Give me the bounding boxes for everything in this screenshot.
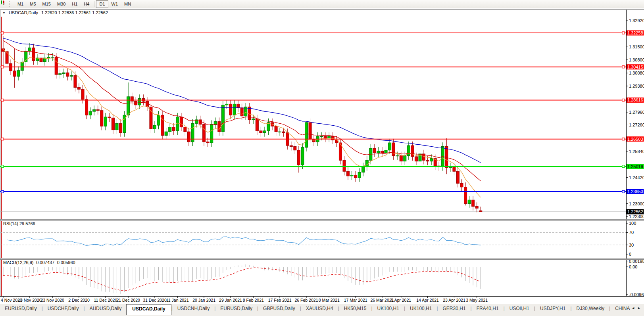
candle-body [66, 73, 69, 76]
tab-usdcnh-daily[interactable]: USDCNH,Daily [173, 304, 214, 313]
tab-eurusd-daily[interactable]: EURUSD,Daily [215, 304, 257, 313]
macd-label: MACD(12,26,9) -0.007437 -0.005960 [3, 260, 75, 265]
rsi-label: RSI(14) 29.5766 [3, 221, 35, 226]
timeframe-button-mn[interactable]: MN [121, 0, 134, 8]
candle-body [468, 200, 471, 203]
hline-handle[interactable] [622, 32, 625, 34]
price-chart[interactable]: 1.322581.304151.286161.265031.250191.236… [0, 0, 644, 304]
candle-body [214, 122, 217, 124]
candle-body [237, 104, 240, 107]
candle-body [240, 108, 243, 116]
tab-ger30-h1[interactable]: GER30,H1 [438, 304, 471, 313]
candle-body [350, 175, 353, 176]
date-tick-label: 8 Feb 2021 [243, 298, 264, 303]
hline-price-text: 1.23653 [627, 189, 643, 194]
tab-gbpusd-daily[interactable]: GBPUSD,Daily [258, 304, 300, 313]
candle-body [411, 146, 414, 157]
timeframe-buttons: M1M5M15M30H1H4D1W1MN [14, 0, 134, 8]
toolbar-grip[interactable] [9, 1, 12, 7]
hline-handle[interactable] [1, 138, 4, 140]
tab-usdcad-daily[interactable]: USDCAD,Daily [126, 304, 171, 315]
scroll-left-icon[interactable]: ◄ [631, 306, 635, 310]
candle-body [59, 74, 62, 75]
hline-price-text: 1.32258 [627, 31, 643, 35]
candle-body [93, 109, 96, 111]
tab-hk50-m15[interactable]: HK50,M15 [339, 304, 371, 313]
tab-fra40-h1[interactable]: FRA40,H1 [472, 304, 504, 313]
candle-body [400, 156, 402, 161]
candle-body [119, 123, 122, 132]
date-tick-label: 23 Apr 2021 [443, 298, 465, 303]
hline-handle[interactable] [1, 66, 4, 68]
hline-handle[interactable] [622, 138, 625, 140]
tab-usdchf-daily[interactable]: USDCHF,Daily [43, 304, 84, 313]
price-tick-label: 1.27260 [629, 123, 644, 127]
hline-handle[interactable] [1, 165, 4, 168]
hline-handle[interactable] [622, 99, 625, 101]
collapse-triangle-icon[interactable]: ▼ [2, 11, 6, 15]
timeframe-toolbar: ▼ M1M5M15M30H1H4D1W1MN [0, 0, 644, 8]
tab-xauusd-h4[interactable]: XAUUSD,H4 [301, 304, 338, 313]
candle-body [354, 175, 357, 178]
candle-body [415, 157, 417, 161]
hline-handle[interactable] [622, 165, 625, 168]
hline-handle[interactable] [1, 190, 4, 193]
hline-price-text: 1.26503 [627, 137, 643, 142]
candle-body [260, 131, 262, 133]
candle-body [373, 148, 376, 153]
rsi-line [7, 237, 481, 246]
rsi-axis-label: 0 [629, 252, 631, 257]
timeframe-button-d1[interactable]: D1 [96, 0, 108, 8]
tab-usoil-h1[interactable]: USOil,H1 [505, 304, 534, 313]
date-tick-label: 23 Nov 2020 [40, 298, 64, 303]
candle-body [47, 57, 50, 58]
date-tick-label: 11 Dec 2020 [94, 298, 117, 303]
candle-body [229, 104, 232, 115]
timeframe-button-m15[interactable]: M15 [39, 0, 54, 8]
timeframe-button-m5[interactable]: M5 [27, 0, 39, 8]
price-tick-label: 1.23000 [629, 201, 644, 206]
candle-body [138, 98, 141, 105]
hline-price-text: 1.28616 [627, 98, 643, 102]
date-tick-label: 17 Feb 2021 [268, 298, 292, 303]
ma-line-8[interactable] [3, 50, 481, 197]
rsi-axis-label: 30 [629, 243, 634, 247]
candle-body [111, 118, 114, 130]
candle-body [100, 111, 103, 126]
scroll-right-icon[interactable]: ► [637, 306, 641, 310]
candle-body [320, 136, 323, 137]
candle-body [127, 97, 130, 115]
candle-body [55, 57, 58, 75]
candle-body [157, 115, 160, 125]
timeframe-button-h4[interactable]: H4 [81, 0, 92, 8]
candle-body [13, 71, 16, 77]
candle-body [362, 167, 365, 172]
price-tick-label: 1.32920 [629, 18, 644, 23]
hline-handle[interactable] [1, 32, 4, 34]
hline-handle[interactable] [622, 190, 625, 193]
timeframe-button-m1[interactable]: M1 [14, 0, 27, 8]
candle-body [479, 211, 482, 212]
candle-body [472, 200, 475, 206]
price-tick-label: 1.25840 [629, 149, 644, 154]
hline-handle[interactable] [622, 66, 625, 68]
candle-body [199, 120, 202, 124]
tab-usdjpy-h1[interactable]: USDJPY,H1 [535, 304, 570, 313]
date-tick-label: 21 Dec 2020 [116, 298, 140, 303]
tab-dj30-weekly[interactable]: DJ30,Weekly [572, 304, 609, 313]
tab-eurusd-daily[interactable]: EURUSD,Daily [0, 304, 42, 313]
candle-body [180, 117, 183, 127]
timeframe-button-w1[interactable]: W1 [108, 0, 121, 8]
price-tick-label: 1.30080 [629, 71, 644, 75]
candle-body [294, 146, 296, 150]
timeframe-button-m30[interactable]: M30 [54, 0, 69, 8]
tab-china300-h1[interactable]: CHINA300,H1 [610, 304, 630, 313]
tab-uk100-h1[interactable]: UK100,H1 [373, 304, 404, 313]
candle-body [453, 167, 456, 172]
timeframe-button-h1[interactable]: H1 [69, 0, 81, 8]
price-tick-label: 1.29380 [629, 84, 644, 88]
hline-handle[interactable] [1, 99, 4, 101]
tab-uk100-h1[interactable]: UK100,H1 [405, 304, 436, 313]
tab-audusd-daily[interactable]: AUDUSD,Daily [85, 304, 127, 313]
chart-type-button[interactable]: ▼ [1, 2, 6, 6]
